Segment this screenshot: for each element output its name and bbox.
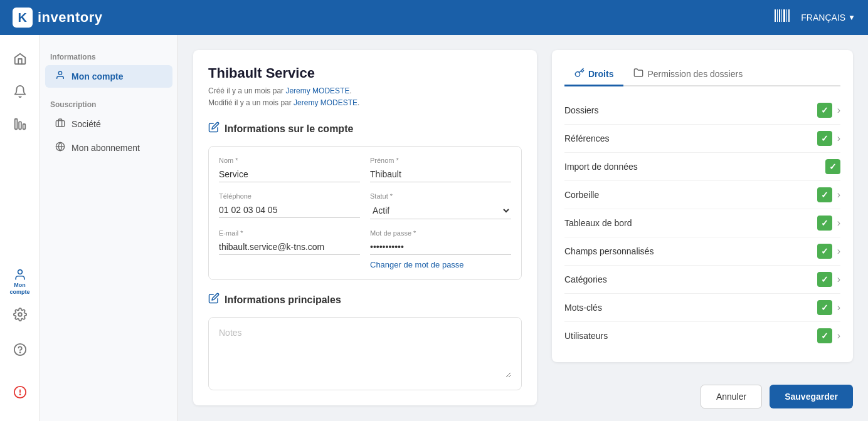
barcode-icon[interactable]: [773, 7, 791, 28]
rights-row: Corbeille ✓ ›: [564, 181, 840, 209]
rights-row: Import de données ✓: [564, 153, 840, 181]
section-compte-label: Informations sur le compte: [225, 123, 353, 135]
footer-actions: Annuler Sauvegarder: [552, 377, 853, 408]
language-label: FRANÇAIS: [801, 13, 845, 23]
svg-rect-5: [786, 9, 787, 22]
chevron-right-icon[interactable]: ›: [837, 246, 840, 257]
sidebar-item-notifications[interactable]: [6, 78, 34, 105]
svg-point-11: [18, 313, 22, 316]
tab-permissions[interactable]: Permission des dossiers: [623, 63, 753, 86]
rights-row-label: Utilisateurs: [564, 331, 608, 341]
chevron-right-icon[interactable]: ›: [837, 105, 840, 116]
logo-k: K: [13, 8, 33, 28]
section-principales-heading: Informations principales: [208, 293, 522, 307]
sidebar-item-support[interactable]: [6, 336, 34, 363]
header-right: FRANÇAIS ▼: [773, 7, 855, 28]
tab-droits[interactable]: Droits: [564, 63, 623, 86]
sidebar-nav-societe[interactable]: Société: [45, 113, 172, 135]
abonnement-icon: [55, 142, 65, 154]
svg-rect-6: [788, 9, 790, 22]
meta-created: Créé il y a un mois par: [208, 86, 283, 95]
nom-label: Nom *: [219, 157, 360, 164]
meta-created-by[interactable]: Jeremy MODESTE: [285, 86, 349, 95]
edit-icon: [208, 122, 220, 136]
chevron-right-icon[interactable]: ›: [837, 189, 840, 200]
save-button[interactable]: Sauvegarder: [770, 385, 853, 408]
field-telephone: Téléphone: [219, 192, 360, 219]
app-header: K inventory FRANÇAIS ▼: [0, 0, 868, 35]
telephone-input[interactable]: [219, 202, 360, 218]
sidebar-nav-abonnement[interactable]: Mon abonnement: [45, 137, 172, 159]
rights-row-label: Champs personnalisés: [564, 246, 654, 256]
rights-row-label: Mots-clés: [564, 303, 602, 313]
meta-modified: Modifié il y a un mois par: [208, 98, 292, 107]
password-input[interactable]: [370, 239, 511, 255]
sidebar-item-reports[interactable]: [6, 110, 34, 138]
check-icon[interactable]: ✓: [817, 131, 832, 146]
rights-row: Dossiers ✓ ›: [564, 96, 840, 125]
check-icon[interactable]: ✓: [817, 103, 832, 118]
check-icon[interactable]: ✓: [817, 244, 832, 259]
check-icon[interactable]: ✓: [817, 216, 832, 231]
edit-icon-2: [208, 293, 220, 307]
rights-row-actions: ✓ ›: [817, 272, 840, 287]
sidebar-item-home[interactable]: [6, 45, 34, 73]
rights-row: Utilisateurs ✓ ›: [564, 322, 840, 350]
check-icon[interactable]: ✓: [817, 328, 832, 343]
check-icon[interactable]: ✓: [817, 300, 832, 315]
language-selector[interactable]: FRANÇAIS ▼: [801, 13, 855, 23]
sidebar-icons: Mon compte: [0, 35, 40, 421]
app-layout: Mon compte Informations: [0, 35, 868, 421]
svg-rect-0: [775, 9, 776, 22]
chevron-right-icon[interactable]: ›: [837, 330, 840, 341]
chevron-right-icon[interactable]: ›: [837, 274, 840, 285]
rights-row: Tableaux de bord ✓ ›: [564, 209, 840, 237]
rights-row: Champs personnalisés ✓ ›: [564, 237, 840, 266]
check-icon[interactable]: ✓: [817, 187, 832, 202]
password-label: Mot de passe *: [370, 229, 511, 237]
field-statut: Statut * Actif Inactif: [370, 192, 511, 219]
rights-row-actions: ✓ ›: [817, 244, 840, 259]
sidebar-item-account[interactable]: Mon compte: [6, 268, 34, 296]
chevron-right-icon[interactable]: ›: [837, 302, 840, 313]
rights-panel: Droits Permission des dossiers: [552, 50, 853, 362]
rights-row-actions: ✓: [825, 159, 840, 174]
telephone-label: Téléphone: [219, 192, 360, 200]
rights-row: Références ✓ ›: [564, 125, 840, 153]
cancel-button[interactable]: Annuler: [701, 385, 762, 408]
email-input[interactable]: [219, 239, 360, 255]
sidebar-item-settings[interactable]: [6, 301, 34, 328]
chevron-right-icon[interactable]: ›: [837, 133, 840, 144]
field-nom: Nom *: [219, 157, 360, 182]
rights-row: Catégories ✓ ›: [564, 266, 840, 294]
check-icon[interactable]: ✓: [825, 159, 840, 174]
sidebar-item-logout[interactable]: [6, 378, 34, 406]
logo-text: inventory: [38, 9, 103, 26]
rights-row-label: Catégories: [564, 274, 607, 284]
svg-rect-1: [777, 9, 778, 22]
svg-point-17: [58, 71, 61, 75]
svg-rect-8: [19, 122, 21, 129]
chevron-right-icon[interactable]: ›: [837, 217, 840, 229]
tab-droits-label: Droits: [588, 69, 613, 79]
prenom-input[interactable]: [370, 167, 511, 182]
meta-modified-by[interactable]: Jeremy MODESTE: [294, 98, 357, 107]
field-password: Mot de passe * Changer de mot de passe: [370, 229, 511, 269]
svg-point-10: [18, 270, 22, 274]
nom-input[interactable]: [219, 167, 360, 182]
rights-tabs: Droits Permission des dossiers: [564, 63, 840, 86]
check-icon[interactable]: ✓: [817, 272, 832, 287]
tab-permissions-label: Permission des dossiers: [647, 69, 743, 79]
svg-rect-2: [779, 9, 780, 22]
svg-rect-4: [783, 9, 785, 22]
statut-select[interactable]: Actif Inactif: [370, 202, 511, 219]
rights-row-actions: ✓ ›: [817, 216, 840, 231]
sidebar-nav: Informations Mon compte Souscription Soc…: [40, 35, 178, 421]
change-password-link[interactable]: Changer de mot de passe: [370, 260, 511, 269]
page-meta: Créé il y a un mois par Jeremy MODESTE. …: [208, 85, 522, 109]
notes-textarea[interactable]: [219, 328, 511, 378]
section-informations-label: Informations: [40, 48, 177, 64]
account-icon: [55, 70, 65, 83]
sidebar-nav-mon-compte[interactable]: Mon compte: [45, 65, 172, 88]
folder-icon: [633, 68, 643, 80]
